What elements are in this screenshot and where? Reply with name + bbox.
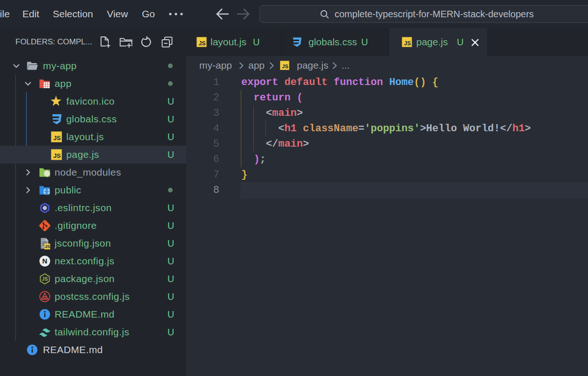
svg-text:JS: JS [53,135,61,142]
svg-text:JS: JS [42,276,48,282]
svg-text:N: N [42,257,48,265]
svg-text:JS: JS [44,244,50,249]
svg-text:JS: JS [199,40,206,47]
svg-text:JS: JS [53,152,61,159]
svg-text:JS: JS [282,64,288,69]
svg-text:JS: JS [404,40,411,47]
